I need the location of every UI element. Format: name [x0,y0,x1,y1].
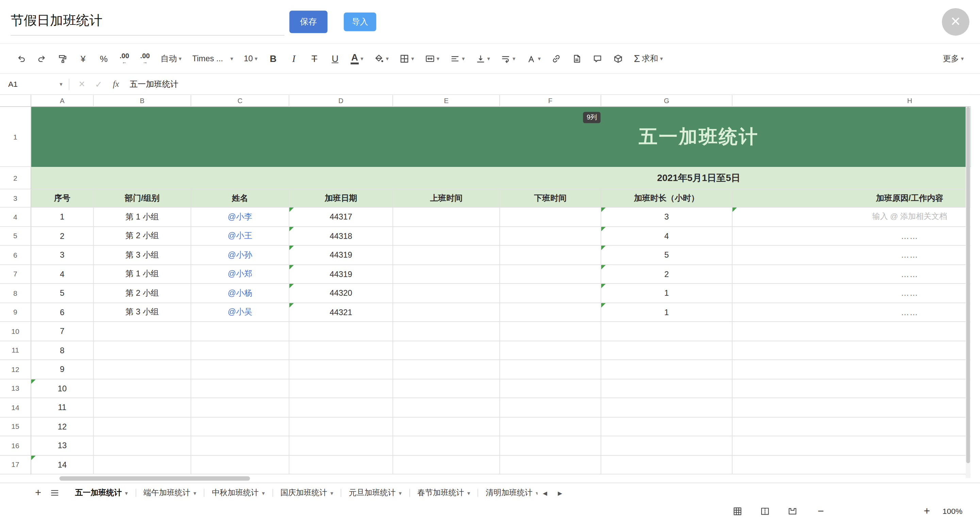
cell-F7[interactable] [500,265,601,284]
row-header-8[interactable]: 8 [0,284,31,303]
cell-B15[interactable] [94,417,192,436]
col-header-G[interactable]: G [601,95,733,107]
cell-F13[interactable] [500,379,601,398]
col-header-H[interactable]: H [733,95,971,107]
document-title-input[interactable]: 节假日加班统计 [11,8,284,35]
sheet-list-button[interactable] [46,483,63,503]
bold-button[interactable]: B [266,49,281,68]
page-layout-view-button[interactable] [788,506,798,516]
cell-E14[interactable] [393,398,500,417]
cell-G17[interactable] [601,455,733,474]
cell-E9[interactable] [393,303,500,322]
sheet-tab-6[interactable]: 春节加班统计▾ [410,483,477,503]
tabs-scroll-right-button[interactable]: ▶ [553,483,568,503]
cell-D10[interactable] [289,322,393,341]
cell-A9[interactable]: 6 [31,303,94,322]
horizontal-scrollbar[interactable] [59,476,250,481]
chevron-down-icon[interactable]: ▾ [331,490,333,496]
sheet-tab-7[interactable]: 清明加班统计▾ [478,483,537,503]
insert-object-button[interactable] [611,49,626,68]
cell-E16[interactable] [393,436,500,455]
row-header-6[interactable]: 6 [0,246,31,265]
cancel-icon[interactable]: × [79,78,85,91]
cell-G14[interactable] [601,398,733,417]
cell-H13[interactable] [733,379,971,398]
zoom-out-button[interactable]: − [818,505,824,518]
cell-C4[interactable]: @小李 [191,208,289,227]
cell-D4[interactable]: 44317 [289,208,393,227]
percent-format-button[interactable]: % [96,49,111,68]
vertical-scrollbar-track[interactable] [966,107,971,478]
cell-A16[interactable]: 13 [31,436,94,455]
row-header-17[interactable]: 17 [0,455,31,474]
confirm-icon[interactable]: ✓ [95,79,102,89]
cell-A4[interactable]: 1 [31,208,94,227]
cell-B13[interactable] [94,379,192,398]
cell-H8[interactable]: …… [733,284,971,303]
cell-G10[interactable] [601,322,733,341]
cell-H12[interactable] [733,360,971,379]
row-header-16[interactable]: 16 [0,436,31,455]
cell-B14[interactable] [94,398,192,417]
cell-D8[interactable]: 44320 [289,284,393,303]
cell-E5[interactable] [393,227,500,246]
cell-B17[interactable] [94,455,192,474]
undo-button[interactable] [14,49,29,68]
redo-button[interactable] [34,49,49,68]
underline-button[interactable]: U [328,49,343,68]
cell-B4[interactable]: 第 1 小组 [94,208,192,227]
cell-H3[interactable]: 加班原因/工作内容 [733,189,971,208]
text-rotate-dropdown[interactable]: ▾ [523,49,543,68]
more-dropdown[interactable]: 更多 ▾ [940,49,966,68]
cell-F5[interactable] [500,227,601,246]
col-header-D[interactable]: D [289,95,393,107]
borders-dropdown[interactable]: ▾ [397,49,417,68]
sheet-tab-4[interactable]: 国庆加班统计▾ [273,483,340,503]
cell-D6[interactable]: 44319 [289,246,393,265]
cell-C8[interactable]: @小杨 [191,284,289,303]
insert-link-button[interactable] [549,49,564,68]
select-all-corner[interactable] [0,95,31,107]
cell-H7[interactable]: …… [733,265,971,284]
number-format-dropdown[interactable]: 自动 ▾ [158,49,184,68]
cell-F3[interactable]: 下班时间 [500,189,601,208]
cell-H9[interactable]: …… [733,303,971,322]
cell-A6[interactable]: 3 [31,246,94,265]
cell-B10[interactable] [94,322,192,341]
import-button[interactable]: 导入 [344,12,376,31]
cell-G13[interactable] [601,379,733,398]
normal-view-button[interactable] [733,506,743,516]
cell-B11[interactable] [94,341,192,360]
cell-A13[interactable]: 10 [31,379,94,398]
cell-D7[interactable]: 44319 [289,265,393,284]
cell-B9[interactable]: 第 3 小组 [94,303,192,322]
row-header-13[interactable]: 13 [0,379,31,398]
save-button[interactable]: 保存 [289,10,327,33]
cell-F8[interactable] [500,284,601,303]
cell-B6[interactable]: 第 3 小组 [94,246,192,265]
cell-C12[interactable] [191,360,289,379]
cell-F14[interactable] [500,398,601,417]
cell-E15[interactable] [393,417,500,436]
cell-E12[interactable] [393,360,500,379]
font-family-dropdown[interactable]: Times ... ▾ [190,49,236,68]
cell-A15[interactable]: 12 [31,417,94,436]
font-size-dropdown[interactable]: 10 ▾ [241,49,260,68]
strikethrough-button[interactable]: T [307,49,322,68]
cell-H17[interactable] [733,455,971,474]
comment-button[interactable] [590,49,605,68]
cell-F17[interactable] [500,455,601,474]
cell-E17[interactable] [393,455,500,474]
cell-C7[interactable]: @小郑 [191,265,289,284]
cell-A5[interactable]: 2 [31,227,94,246]
tabs-scroll-left-button[interactable]: ◀ [538,483,553,503]
cell-H16[interactable] [733,436,971,455]
cell-D5[interactable]: 44318 [289,227,393,246]
row-header-5[interactable]: 5 [0,227,31,246]
cell-D16[interactable] [289,436,393,455]
row-header-11[interactable]: 11 [0,341,31,360]
cell-C10[interactable] [191,322,289,341]
cell-E11[interactable] [393,341,500,360]
cell-E10[interactable] [393,322,500,341]
cell-E13[interactable] [393,379,500,398]
